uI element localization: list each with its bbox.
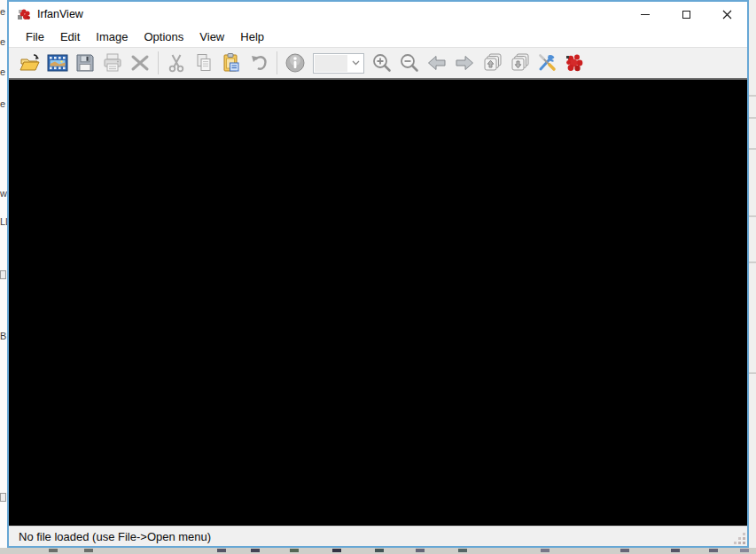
irfanview-red-icon (563, 51, 586, 74)
undo-arrow-icon (247, 51, 270, 74)
desktop: e e e e w LL B IrfanView (0, 0, 756, 554)
irfanview-app-icon (17, 7, 31, 21)
about-button[interactable] (562, 51, 587, 75)
background-window-left-sliver: e e e e w LL B (0, 0, 7, 548)
copy-button[interactable] (191, 51, 216, 75)
slideshow-icon (46, 51, 69, 74)
minimize-icon (641, 14, 650, 15)
menu-view[interactable]: View (194, 28, 230, 46)
zoom-combobox[interactable] (313, 53, 364, 74)
bg-text-fragment: w (0, 189, 7, 199)
arrow-left-icon (425, 51, 448, 74)
close-button[interactable] (706, 2, 747, 27)
magnifier-minus-icon (398, 51, 421, 74)
menu-help[interactable]: Help (235, 28, 269, 46)
info-button[interactable] (283, 51, 308, 75)
info-circle-icon (284, 51, 307, 74)
menu-file[interactable]: File (20, 28, 50, 46)
chevron-down-icon (352, 60, 360, 66)
last-image-button[interactable] (507, 51, 532, 75)
scissors-icon (165, 51, 188, 74)
cut-button[interactable] (164, 51, 189, 75)
properties-button[interactable] (534, 51, 559, 75)
delete-x-icon (129, 51, 152, 74)
delete-button[interactable] (128, 51, 152, 75)
save-button[interactable] (73, 51, 97, 75)
zoom-out-button[interactable] (397, 51, 422, 75)
previous-image-button[interactable] (425, 51, 449, 75)
copy-pages-icon (192, 51, 215, 74)
open-folder-icon (19, 51, 42, 74)
minimize-button[interactable] (625, 2, 666, 27)
image-canvas[interactable] (9, 80, 747, 526)
maximize-icon (682, 11, 690, 19)
paste-button[interactable] (219, 51, 244, 75)
zoom-in-button[interactable] (370, 51, 394, 75)
maximize-button[interactable] (666, 2, 706, 27)
clipboard-paste-icon (220, 51, 243, 74)
next-image-button[interactable] (452, 51, 477, 75)
arrow-right-icon (453, 51, 476, 74)
menu-edit[interactable]: Edit (55, 28, 85, 46)
bg-fragment-box (0, 493, 6, 502)
open-button[interactable] (18, 51, 43, 75)
titlebar[interactable]: IrfanView (9, 2, 747, 27)
wrench-screwdriver-icon (535, 51, 558, 74)
bg-text-fragment: e (0, 99, 5, 109)
menubar: File Edit Image Options View Help (9, 27, 747, 47)
pages-down-icon (508, 51, 531, 74)
zoom-input[interactable] (315, 55, 347, 72)
window-controls (625, 2, 747, 27)
toolbar-separator (158, 51, 159, 74)
print-icon (101, 51, 124, 74)
background-window-bottom-sliver (0, 548, 756, 554)
window-title: IrfanView (37, 8, 83, 20)
bg-fragment-box (0, 270, 6, 279)
slideshow-button[interactable] (45, 51, 70, 75)
bg-text-fragment: e (0, 37, 5, 47)
status-message: No file loaded (use File->Open menu) (19, 530, 211, 543)
close-icon (722, 10, 732, 20)
first-image-button[interactable] (479, 51, 504, 75)
bg-text-fragment: e (0, 67, 5, 77)
bg-text-fragment: e (0, 7, 5, 17)
save-icon (74, 51, 97, 74)
background-window-right-sliver (749, 0, 756, 548)
magnifier-plus-icon (370, 51, 394, 74)
pages-up-icon (480, 51, 503, 74)
menu-image[interactable]: Image (90, 28, 133, 46)
statusbar: No file loaded (use File->Open menu) (9, 526, 747, 546)
irfanview-window: IrfanView File Edit Image Options View H… (7, 0, 749, 548)
bg-icon-fragments (49, 549, 58, 552)
toolbar (9, 47, 747, 80)
bg-text-fragment: LL (0, 217, 7, 227)
bg-text-fragment: B (0, 332, 6, 341)
toolbar-separator (277, 51, 277, 74)
undo-button[interactable] (246, 51, 271, 75)
resize-grip[interactable] (743, 542, 745, 544)
menu-options[interactable]: Options (139, 28, 190, 46)
print-button[interactable] (100, 51, 125, 75)
